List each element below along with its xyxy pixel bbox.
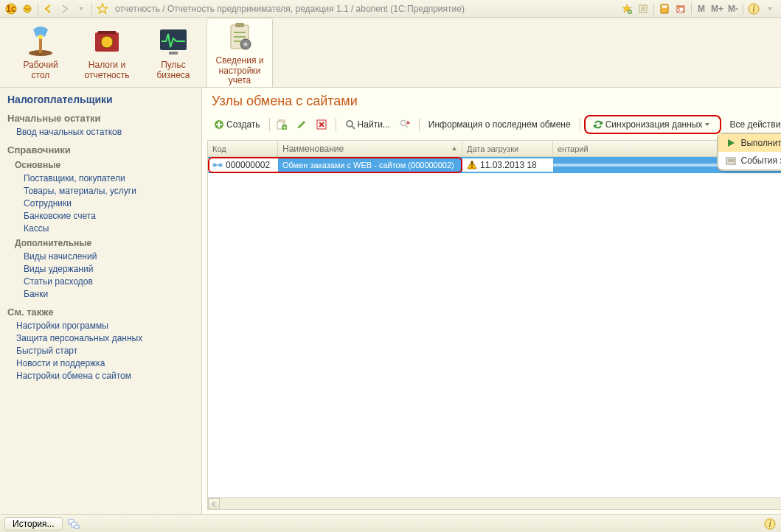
nav-heading[interactable]: Налогоплательщики (7, 94, 194, 105)
nav-back-icon[interactable] (42, 2, 55, 15)
node-icon (212, 161, 223, 169)
nav-link-accrual-types[interactable]: Виды начислений (24, 251, 194, 262)
nav-link-bank-accounts[interactable]: Банковские счета (24, 211, 194, 221)
calc-icon[interactable] (658, 2, 671, 15)
find-button-label: Найти... (358, 119, 390, 130)
svg-point-29 (347, 121, 353, 127)
nav-subgroup-basic: Основные (15, 160, 194, 170)
svg-rect-13 (39, 37, 42, 53)
sync-button[interactable]: Синхронизация данных (589, 116, 718, 133)
clipboard-gear-icon (222, 19, 257, 55)
window-title-text: отчетность / Отчетность предпринимателя,… (115, 4, 619, 14)
sync-button-label: Синхронизация данных (605, 119, 703, 130)
all-actions-button[interactable]: Все действия (724, 116, 781, 133)
titlebar-separator (38, 3, 38, 15)
nav-link-deduction-types[interactable]: Виды удержаний (24, 264, 194, 274)
nav-group-directories: Справочники (7, 144, 194, 155)
search-clear-icon (400, 119, 410, 130)
windows-list-icon[interactable] (67, 517, 80, 531)
copy-button[interactable] (274, 116, 292, 133)
clear-find-button[interactable] (397, 116, 415, 133)
svg-point-35 (219, 164, 223, 167)
toolbar-separator (269, 118, 270, 131)
info-icon[interactable]: i (747, 2, 760, 15)
sort-asc-icon (451, 146, 457, 152)
column-name-label: Наименование (282, 144, 344, 154)
nav-down-icon[interactable] (74, 2, 88, 15)
nav-link-initial-balances[interactable]: Ввод начальных остатков (16, 127, 194, 137)
favorite-star-icon[interactable] (96, 2, 109, 15)
table-header: Код Наименование Дата загрузки ентарий (208, 141, 781, 157)
list-icon[interactable] (636, 2, 650, 15)
nav-subgroup-additional: Дополнительные (15, 238, 194, 248)
window-titlebar: 1c отчетность / Отчетность предпринимате… (0, 0, 781, 18)
book-emblem-icon (89, 24, 125, 59)
svg-point-30 (400, 121, 406, 126)
section-settings[interactable]: Сведения и настройки учета (206, 18, 273, 87)
column-date[interactable]: Дата загрузки (462, 141, 553, 156)
svg-text:31: 31 (676, 4, 686, 14)
left-navigation: Налогоплательщики Начальные остатки Ввод… (0, 88, 202, 514)
edit-button[interactable] (294, 116, 312, 133)
info-button-label: Информация о последнем обмене (428, 119, 571, 130)
nav-link-cash-registers[interactable]: Кассы (24, 223, 194, 234)
info-dropdown-icon[interactable] (763, 2, 777, 15)
favorites-add-icon[interactable] (620, 2, 634, 15)
nav-link-site-exchange-settings[interactable]: Настройки обмена с сайтом (16, 371, 194, 381)
history-button[interactable]: История... (4, 517, 63, 531)
nav-link-employees[interactable]: Сотрудники (24, 198, 194, 209)
menu-load-events[interactable]: События загрузки данных (718, 152, 781, 169)
section-label: Рабочий стол (23, 60, 58, 81)
menu-run-exchange-label: Выполнить обмен данными (740, 138, 781, 148)
memory-m-button[interactable]: M (694, 2, 709, 15)
create-button[interactable]: Создать (209, 116, 265, 133)
play-icon (726, 138, 736, 148)
nav-link-suppliers[interactable]: Поставщики, покупатели (24, 173, 194, 183)
last-exchange-info-button[interactable]: Информация о последнем обмене (423, 116, 576, 133)
section-desktop[interactable]: Рабочий стол (7, 18, 74, 87)
nav-forward-icon[interactable] (58, 2, 72, 15)
column-name[interactable]: Наименование (278, 141, 462, 156)
scroll-track[interactable] (220, 498, 781, 509)
app-logo-icon: 1c (4, 2, 18, 15)
horizontal-scrollbar[interactable] (208, 497, 781, 509)
titlebar-separator (91, 3, 92, 15)
section-pulse[interactable]: Пульс бизнеса (140, 18, 206, 87)
nav-link-news-support[interactable]: Новости и поддержка (16, 358, 194, 368)
memory-mplus-button[interactable]: M+ (709, 2, 726, 15)
sync-button-highlight: Синхронизация данных (584, 115, 722, 134)
nav-link-goods[interactable]: Товары, материалы, услуги (24, 186, 194, 196)
nav-link-program-settings[interactable]: Настройки программы (16, 321, 194, 331)
svg-text:i: i (769, 519, 771, 529)
create-button-label: Создать (226, 119, 260, 130)
status-info-icon[interactable]: i (763, 517, 777, 531)
cell-name: Обмен заказами с WEB - сайтом (000000002… (278, 159, 462, 171)
svg-text:1c: 1c (6, 4, 16, 14)
scroll-left-button[interactable] (208, 498, 220, 510)
menu-run-exchange[interactable]: Выполнить обмен данными (718, 134, 781, 152)
svg-point-17 (101, 36, 113, 48)
memory-mminus-button[interactable]: M- (726, 2, 740, 15)
pulse-monitor-icon (156, 24, 191, 59)
dropdown-small-icon[interactable] (21, 2, 34, 15)
cell-code-text: 000000002 (226, 160, 270, 170)
section-taxes[interactable]: Налоги и отчетность (74, 18, 140, 87)
search-icon (345, 119, 355, 130)
find-button[interactable]: Найти... (340, 116, 395, 133)
history-button-label: История... (13, 519, 55, 529)
calendar-icon[interactable]: 31 (674, 2, 687, 15)
nav-link-banks[interactable]: Банки (24, 289, 194, 299)
nav-link-expense-items[interactable]: Статьи расходов (24, 276, 194, 287)
toolbar-separator (419, 118, 420, 131)
nav-link-quick-start[interactable]: Быстрый старт (16, 346, 194, 356)
delete-button[interactable] (313, 116, 332, 133)
column-code[interactable]: Код (208, 141, 278, 156)
nav-link-personal-data[interactable]: Защита персональных данных (16, 333, 194, 343)
cell-code: 000000002 (208, 158, 278, 172)
nav-group-initial: Начальные остатки (7, 113, 194, 124)
copy-icon (277, 119, 287, 130)
pencil-icon (296, 119, 307, 130)
table-row[interactable]: 000000002 Обмен заказами с WEB - сайтом … (208, 157, 781, 173)
all-actions-label: Все действия (729, 119, 781, 130)
svg-point-23 (244, 42, 248, 46)
